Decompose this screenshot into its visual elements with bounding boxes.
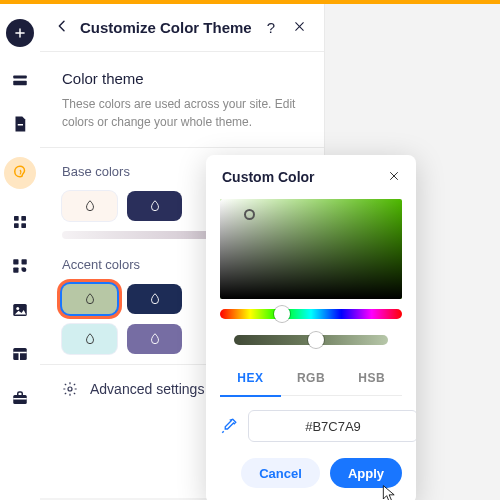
- tab-hsb[interactable]: HSB: [341, 363, 402, 395]
- help-icon[interactable]: ?: [263, 19, 279, 36]
- svg-rect-4: [21, 216, 26, 221]
- hue-slider[interactable]: [220, 309, 402, 319]
- theme-section-title: Color theme: [62, 70, 302, 87]
- back-icon[interactable]: [54, 18, 70, 38]
- hex-input[interactable]: [248, 410, 416, 442]
- base-swatch-dark[interactable]: [127, 191, 182, 221]
- tab-rgb[interactable]: RGB: [281, 363, 342, 395]
- shade-knob[interactable]: [308, 332, 324, 348]
- picker-knob[interactable]: [244, 209, 255, 220]
- svg-rect-2: [18, 124, 23, 126]
- tab-hex[interactable]: HEX: [220, 363, 281, 395]
- apply-button[interactable]: Apply: [330, 458, 402, 488]
- eyedropper-icon[interactable]: [220, 417, 238, 435]
- advanced-label: Advanced settings: [90, 381, 204, 397]
- panel-header: Customize Color Theme ?: [40, 4, 324, 52]
- card-icon[interactable]: [9, 69, 31, 91]
- svg-point-12: [16, 307, 19, 310]
- briefcase-icon[interactable]: [9, 387, 31, 409]
- accent-swatch-cyan[interactable]: [62, 324, 117, 354]
- page-icon[interactable]: [9, 113, 31, 135]
- custom-color-popup: Custom Color HEX RGB HSB Cancel Apply: [206, 155, 416, 500]
- popup-button-row: Cancel Apply: [206, 454, 416, 500]
- svg-point-18: [68, 387, 72, 391]
- table-icon[interactable]: [9, 343, 31, 365]
- add-icon[interactable]: [6, 19, 34, 47]
- base-swatch-light[interactable]: [62, 191, 117, 221]
- puzzle-icon[interactable]: [9, 255, 31, 277]
- hue-knob[interactable]: [274, 306, 290, 322]
- color-format-tabs: HEX RGB HSB: [220, 363, 402, 396]
- panel-title: Customize Color Theme: [80, 19, 253, 36]
- design-icon[interactable]: [4, 157, 36, 189]
- divider: [40, 147, 324, 148]
- grid-icon[interactable]: [9, 211, 31, 233]
- popup-title: Custom Color: [222, 169, 315, 185]
- value-row: [206, 396, 416, 454]
- svg-rect-6: [21, 223, 26, 228]
- svg-rect-8: [22, 259, 27, 264]
- popup-header: Custom Color: [206, 155, 416, 199]
- theme-section-desc: These colors are used across your site. …: [62, 95, 302, 131]
- svg-rect-1: [13, 81, 27, 86]
- svg-rect-0: [13, 76, 27, 79]
- accent-swatch-purple[interactable]: [127, 324, 182, 354]
- accent-swatch-green[interactable]: [62, 284, 117, 314]
- svg-rect-7: [13, 259, 18, 264]
- svg-rect-5: [14, 223, 19, 228]
- svg-rect-17: [13, 398, 27, 400]
- accent-swatch-navy[interactable]: [127, 284, 182, 314]
- cancel-button[interactable]: Cancel: [241, 458, 320, 488]
- svg-rect-3: [14, 216, 19, 221]
- media-icon[interactable]: [9, 299, 31, 321]
- svg-rect-9: [13, 268, 18, 273]
- side-rail: [0, 4, 40, 500]
- shade-slider[interactable]: [234, 335, 388, 345]
- svg-rect-10: [22, 268, 25, 271]
- close-panel-icon[interactable]: [289, 19, 310, 36]
- close-icon[interactable]: [388, 169, 400, 185]
- saturation-picker[interactable]: [220, 199, 402, 299]
